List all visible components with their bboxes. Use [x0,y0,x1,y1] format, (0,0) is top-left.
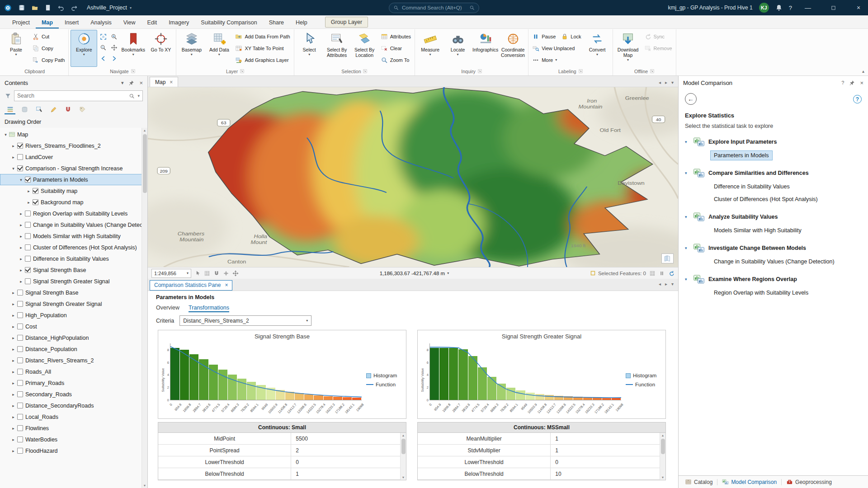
go-to-xy-button[interactable]: Go To XY [147,30,174,67]
table-row[interactable]: BelowThreshold10 [418,468,660,480]
layer-item-distanc-rivers-streams-2[interactable]: ▸Distanc_Rivers_Streams_2 [0,355,147,366]
filter-icon[interactable] [5,93,11,99]
chevron-down-icon[interactable]: ▾ [137,94,140,98]
expand-icon[interactable]: ▸ [10,426,16,431]
pan-icon[interactable] [232,270,239,277]
layer-checkbox[interactable] [17,403,23,408]
ribbon-tab-group-layer[interactable]: Group Layer [325,17,368,28]
dialog-launcher-icon[interactable] [363,69,367,73]
layer-item-high-population[interactable]: ▸High_Population [0,310,147,321]
parameter-value[interactable]: 1 [551,445,660,456]
layer-checkbox[interactable] [17,436,23,442]
collapse-ribbon-icon[interactable]: ▴ [862,69,864,74]
layer-checkbox[interactable] [25,267,31,273]
sync-button[interactable]: Sync [642,31,674,42]
expand-icon[interactable]: ▸ [10,370,16,374]
expand-icon[interactable]: ▸ [10,392,16,397]
parameter-value[interactable]: 0 [291,456,400,468]
close-icon[interactable]: × [225,282,228,288]
layer-item-change-in-suitability-values-change-detect[interactable]: ▸Change in Suitability Values (Change De… [0,219,147,230]
layer-item-local-roads[interactable]: ▸Local_Roads [0,411,147,422]
layer-item-suitability-map[interactable]: ▸Suitability map [0,185,147,197]
layer-checkbox[interactable] [25,278,31,284]
download-map-button[interactable]: Download Map▾ [615,30,642,67]
expand-icon[interactable]: ▸ [10,437,16,442]
dialog-launcher-icon[interactable] [579,69,583,73]
expand-icon[interactable]: ▸ [10,415,16,419]
layer-checkbox[interactable] [17,357,23,363]
pause-drawing-icon[interactable] [659,270,665,277]
view-unplaced-button[interactable]: View Unplaced [530,43,576,53]
select-by-attributes-button[interactable]: Select By Attributes [324,30,350,67]
layer-item-map[interactable]: ▾Map [0,129,147,140]
redo-icon[interactable] [71,4,78,11]
table-row[interactable]: StdvMultiplier1 [418,445,660,456]
chevron-down-icon[interactable]: ▾ [685,246,689,250]
layer-checkbox[interactable] [33,199,38,205]
task-item-cluster-of-differences-hot-spot-analysis[interactable]: Cluster of Differences (Hot Spot Analysi… [710,194,821,204]
layer-item-region-overlap-with-suitability-levels[interactable]: ▸Region Overlap with Suitability Levels [0,208,147,219]
table-row[interactable]: MeanMultiplier1 [418,433,660,445]
tab-list-icon[interactable]: ▾ [671,282,674,286]
layer-checkbox[interactable] [33,188,38,194]
measure-button[interactable]: Measure▾ [417,30,443,67]
expand-icon[interactable]: ▸ [18,257,24,261]
table-row[interactable]: LowerThreshold0 [158,456,400,468]
dialog-launcher-icon[interactable] [131,69,135,73]
dock-tab-model-comparison[interactable]: Model Comparison [718,476,780,488]
parameter-value[interactable]: 1 [551,433,660,444]
layer-item-distance-population[interactable]: ▸Distance_Population [0,343,147,355]
convert-button[interactable]: Convert▾ [584,30,611,67]
layer-item-difference-in-suitability-values[interactable]: ▸Difference in Suitability Values [0,253,147,264]
help-circle-icon[interactable]: ? [853,95,862,103]
contents-search-input[interactable] [17,93,126,99]
layer-checkbox[interactable] [17,154,23,160]
prev-extent-button[interactable] [98,53,108,63]
chevron-down-icon[interactable]: ▾ [685,171,689,175]
layer-item-signal-strength-base[interactable]: ▸Signal Strength Base [0,264,147,276]
paste-button[interactable]: Paste▾ [3,30,29,67]
chevron-down-icon[interactable]: ▾ [685,215,689,219]
layout-icon[interactable] [649,270,656,277]
ribbon-tab-project[interactable]: Project [6,17,36,28]
expand-icon[interactable]: ▸ [10,144,16,148]
pan-button[interactable] [109,42,119,52]
pin-icon[interactable] [128,80,134,86]
expand-icon[interactable]: ▸ [10,302,16,306]
chevron-down-icon[interactable]: ▾ [121,80,124,86]
contents-view-toc6-icon[interactable] [77,104,88,114]
comparison-statistics-pane-tab[interactable]: Comparison Statistics Pane × [150,280,232,291]
ribbon-tab-imagery[interactable]: Imagery [163,17,195,28]
expand-icon[interactable]: ▸ [26,189,32,193]
ribbon-tab-view[interactable]: View [118,17,142,28]
ribbon-tab-edit[interactable]: Edit [142,17,163,28]
map-overview-icon[interactable] [661,253,674,263]
expand-icon[interactable]: ▸ [10,347,16,352]
attributes-button[interactable]: Attributes [379,31,413,42]
infographics-button[interactable]: Infographics [472,30,499,67]
layer-checkbox[interactable] [25,211,31,216]
ribbon-tab-map[interactable]: Map [36,17,59,28]
layer-item-primary-roads[interactable]: ▸Primary_Roads [0,377,147,389]
selection-tool-icon[interactable] [194,270,201,277]
close-button[interactable]: × [849,0,868,15]
layer-item-secondary-roads[interactable]: ▸Secondary_Roads [0,389,147,400]
criteria-select[interactable]: Distanc_Rivers_Streams_2▾ [179,315,311,326]
expand-icon[interactable]: ▸ [18,245,24,250]
task-item-change-in-suitability-values-change-detection[interactable]: Change in Suitability Values (Change Det… [710,257,838,267]
avatar[interactable]: KJ [759,3,769,13]
pin-icon[interactable] [849,80,855,86]
chevron-down-icon[interactable]: ▾ [685,277,689,282]
contents-view-toc4-icon[interactable] [48,104,59,114]
new-project-icon[interactable] [44,4,52,11]
back-button[interactable]: ← [685,93,697,105]
notifications-bell-icon[interactable] [775,4,783,11]
grid-icon[interactable] [204,270,210,277]
project-menu[interactable]: Ashville_Project▾ [87,5,132,11]
account-label[interactable]: kmj_gp - GP Analysis - Prod Hive 1 [668,5,753,11]
expand-icon[interactable]: ▸ [10,313,16,318]
contents-view-toc5-icon[interactable] [62,104,73,114]
layer-checkbox[interactable] [25,222,31,228]
expand-icon[interactable]: ▸ [10,324,16,329]
command-search-input[interactable]: Command Search (Alt+Q) [389,3,479,13]
